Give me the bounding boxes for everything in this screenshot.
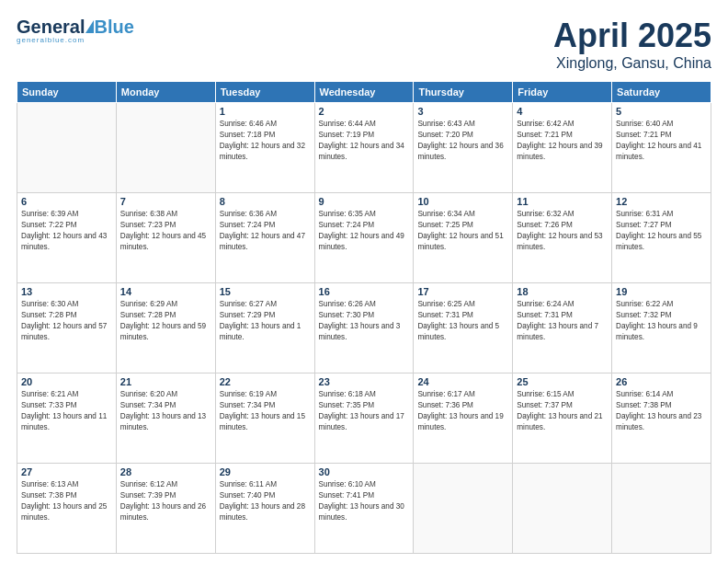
day-number: 13 bbox=[21, 286, 112, 297]
title-block: April 2025 Xinglong, Gansu, China bbox=[553, 17, 711, 72]
col-wednesday: Wednesday bbox=[314, 82, 414, 103]
table-row: 18Sunrise: 6:24 AM Sunset: 7:31 PM Dayli… bbox=[513, 283, 612, 373]
day-info: Sunrise: 6:14 AM Sunset: 7:38 PM Dayligh… bbox=[616, 389, 707, 433]
day-number: 20 bbox=[21, 376, 112, 387]
day-info: Sunrise: 6:43 AM Sunset: 7:20 PM Dayligh… bbox=[417, 119, 508, 163]
day-number: 15 bbox=[220, 286, 311, 297]
table-row: 2Sunrise: 6:44 AM Sunset: 7:19 PM Daylig… bbox=[314, 103, 414, 193]
col-monday: Monday bbox=[116, 82, 215, 103]
day-number: 22 bbox=[220, 376, 311, 387]
calendar-week-row: 27Sunrise: 6:13 AM Sunset: 7:38 PM Dayli… bbox=[17, 464, 711, 554]
header: General Blue generalblue.com April 2025 … bbox=[17, 17, 711, 72]
day-info: Sunrise: 6:35 AM Sunset: 7:24 PM Dayligh… bbox=[319, 209, 410, 253]
col-sunday: Sunday bbox=[17, 82, 117, 103]
calendar-week-row: 1Sunrise: 6:46 AM Sunset: 7:18 PM Daylig… bbox=[17, 103, 711, 193]
day-number: 6 bbox=[21, 196, 112, 207]
day-number: 28 bbox=[120, 466, 211, 477]
table-row: 17Sunrise: 6:25 AM Sunset: 7:31 PM Dayli… bbox=[414, 283, 513, 373]
day-info: Sunrise: 6:20 AM Sunset: 7:34 PM Dayligh… bbox=[120, 389, 211, 433]
day-number: 2 bbox=[319, 106, 410, 117]
calendar-week-row: 6Sunrise: 6:39 AM Sunset: 7:22 PM Daylig… bbox=[17, 193, 711, 283]
day-info: Sunrise: 6:12 AM Sunset: 7:39 PM Dayligh… bbox=[120, 479, 211, 523]
day-info: Sunrise: 6:30 AM Sunset: 7:28 PM Dayligh… bbox=[21, 299, 112, 343]
day-number: 1 bbox=[220, 106, 311, 117]
table-row: 24Sunrise: 6:17 AM Sunset: 7:36 PM Dayli… bbox=[414, 373, 513, 464]
table-row: 7Sunrise: 6:38 AM Sunset: 7:23 PM Daylig… bbox=[116, 193, 215, 283]
day-info: Sunrise: 6:17 AM Sunset: 7:36 PM Dayligh… bbox=[417, 389, 508, 433]
table-row: 26Sunrise: 6:14 AM Sunset: 7:38 PM Dayli… bbox=[612, 373, 711, 464]
table-row: 23Sunrise: 6:18 AM Sunset: 7:35 PM Dayli… bbox=[314, 373, 414, 464]
table-row: 19Sunrise: 6:22 AM Sunset: 7:32 PM Dayli… bbox=[612, 283, 711, 373]
day-number: 27 bbox=[21, 466, 112, 477]
day-info: Sunrise: 6:10 AM Sunset: 7:41 PM Dayligh… bbox=[319, 479, 410, 523]
table-row: 20Sunrise: 6:21 AM Sunset: 7:33 PM Dayli… bbox=[17, 373, 117, 464]
table-row: 1Sunrise: 6:46 AM Sunset: 7:18 PM Daylig… bbox=[215, 103, 314, 193]
day-info: Sunrise: 6:24 AM Sunset: 7:31 PM Dayligh… bbox=[517, 299, 608, 343]
day-number: 12 bbox=[616, 196, 707, 207]
day-info: Sunrise: 6:15 AM Sunset: 7:37 PM Dayligh… bbox=[517, 389, 608, 433]
table-row: 21Sunrise: 6:20 AM Sunset: 7:34 PM Dayli… bbox=[116, 373, 215, 464]
logo-blue-text: Blue bbox=[94, 17, 133, 38]
table-row bbox=[612, 464, 711, 554]
col-tuesday: Tuesday bbox=[215, 82, 314, 103]
table-row: 3Sunrise: 6:43 AM Sunset: 7:20 PM Daylig… bbox=[414, 103, 513, 193]
day-info: Sunrise: 6:46 AM Sunset: 7:18 PM Dayligh… bbox=[220, 119, 311, 163]
table-row bbox=[17, 103, 117, 193]
logo-name: General Blue generalblue.com bbox=[17, 17, 134, 44]
logo-top: General Blue bbox=[17, 17, 134, 38]
table-row: 28Sunrise: 6:12 AM Sunset: 7:39 PM Dayli… bbox=[116, 464, 215, 554]
logo-triangle-icon bbox=[85, 20, 94, 33]
day-number: 4 bbox=[517, 106, 608, 117]
day-number: 21 bbox=[120, 376, 211, 387]
day-number: 10 bbox=[417, 196, 508, 207]
day-info: Sunrise: 6:34 AM Sunset: 7:25 PM Dayligh… bbox=[417, 209, 508, 253]
table-row: 13Sunrise: 6:30 AM Sunset: 7:28 PM Dayli… bbox=[17, 283, 117, 373]
table-row: 11Sunrise: 6:32 AM Sunset: 7:26 PM Dayli… bbox=[513, 193, 612, 283]
table-row bbox=[116, 103, 215, 193]
day-info: Sunrise: 6:42 AM Sunset: 7:21 PM Dayligh… bbox=[517, 119, 608, 163]
logo-general-text: General bbox=[17, 17, 85, 38]
day-info: Sunrise: 6:32 AM Sunset: 7:26 PM Dayligh… bbox=[517, 209, 608, 253]
table-row: 30Sunrise: 6:10 AM Sunset: 7:41 PM Dayli… bbox=[314, 464, 414, 554]
table-row: 5Sunrise: 6:40 AM Sunset: 7:21 PM Daylig… bbox=[612, 103, 711, 193]
calendar-table: Sunday Monday Tuesday Wednesday Thursday… bbox=[17, 81, 711, 554]
table-row bbox=[513, 464, 612, 554]
day-number: 26 bbox=[616, 376, 707, 387]
day-number: 9 bbox=[319, 196, 410, 207]
day-info: Sunrise: 6:11 AM Sunset: 7:40 PM Dayligh… bbox=[220, 479, 311, 523]
day-info: Sunrise: 6:26 AM Sunset: 7:30 PM Dayligh… bbox=[319, 299, 410, 343]
day-number: 3 bbox=[417, 106, 508, 117]
day-info: Sunrise: 6:21 AM Sunset: 7:33 PM Dayligh… bbox=[21, 389, 112, 433]
col-thursday: Thursday bbox=[414, 82, 513, 103]
col-friday: Friday bbox=[513, 82, 612, 103]
calendar-week-row: 20Sunrise: 6:21 AM Sunset: 7:33 PM Dayli… bbox=[17, 373, 711, 464]
day-info: Sunrise: 6:38 AM Sunset: 7:23 PM Dayligh… bbox=[120, 209, 211, 253]
calendar-header-row: Sunday Monday Tuesday Wednesday Thursday… bbox=[17, 82, 711, 103]
table-row: 15Sunrise: 6:27 AM Sunset: 7:29 PM Dayli… bbox=[215, 283, 314, 373]
table-row: 16Sunrise: 6:26 AM Sunset: 7:30 PM Dayli… bbox=[314, 283, 414, 373]
page: General Blue generalblue.com April 2025 … bbox=[0, 0, 728, 563]
day-info: Sunrise: 6:31 AM Sunset: 7:27 PM Dayligh… bbox=[616, 209, 707, 253]
day-info: Sunrise: 6:29 AM Sunset: 7:28 PM Dayligh… bbox=[120, 299, 211, 343]
col-saturday: Saturday bbox=[612, 82, 711, 103]
day-number: 29 bbox=[220, 466, 311, 477]
calendar-title: April 2025 bbox=[553, 17, 711, 55]
day-number: 5 bbox=[616, 106, 707, 117]
table-row: 10Sunrise: 6:34 AM Sunset: 7:25 PM Dayli… bbox=[414, 193, 513, 283]
day-number: 17 bbox=[417, 286, 508, 297]
day-number: 18 bbox=[517, 286, 608, 297]
day-info: Sunrise: 6:27 AM Sunset: 7:29 PM Dayligh… bbox=[220, 299, 311, 343]
table-row bbox=[414, 464, 513, 554]
day-number: 7 bbox=[120, 196, 211, 207]
day-info: Sunrise: 6:36 AM Sunset: 7:24 PM Dayligh… bbox=[220, 209, 311, 253]
table-row: 8Sunrise: 6:36 AM Sunset: 7:24 PM Daylig… bbox=[215, 193, 314, 283]
day-info: Sunrise: 6:25 AM Sunset: 7:31 PM Dayligh… bbox=[417, 299, 508, 343]
table-row: 12Sunrise: 6:31 AM Sunset: 7:27 PM Dayli… bbox=[612, 193, 711, 283]
day-info: Sunrise: 6:22 AM Sunset: 7:32 PM Dayligh… bbox=[616, 299, 707, 343]
day-info: Sunrise: 6:40 AM Sunset: 7:21 PM Dayligh… bbox=[616, 119, 707, 163]
calendar-subtitle: Xinglong, Gansu, China bbox=[553, 55, 711, 72]
table-row: 14Sunrise: 6:29 AM Sunset: 7:28 PM Dayli… bbox=[116, 283, 215, 373]
table-row: 25Sunrise: 6:15 AM Sunset: 7:37 PM Dayli… bbox=[513, 373, 612, 464]
table-row: 9Sunrise: 6:35 AM Sunset: 7:24 PM Daylig… bbox=[314, 193, 414, 283]
day-number: 16 bbox=[319, 286, 410, 297]
